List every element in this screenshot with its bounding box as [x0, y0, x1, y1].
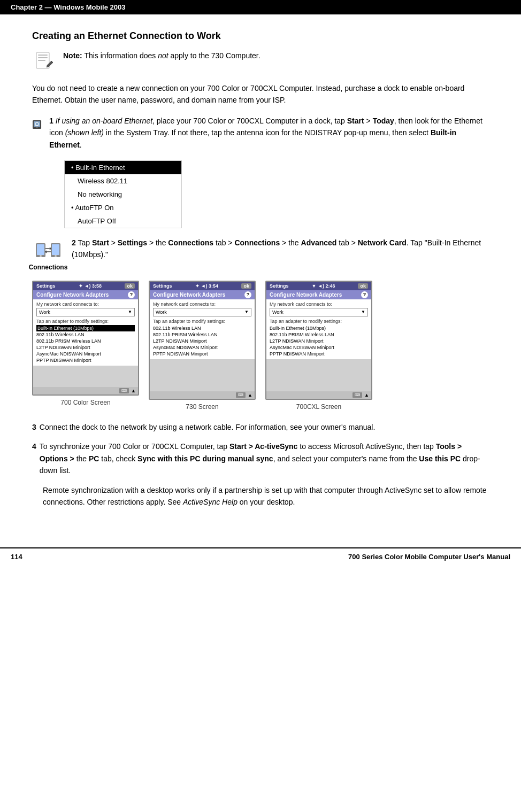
step4-num: 4	[32, 440, 36, 476]
screen-730-footer: ⌨ ▲	[150, 391, 255, 399]
screen-700cxl-dropdown-arrow: ▼	[361, 310, 365, 314]
screen-730-dropdown[interactable]: Work ▼	[153, 308, 251, 316]
screen-730-adapter-3[interactable]: AsyncMac NDISWAN Miniport	[153, 344, 251, 351]
screen-730-adapter-2[interactable]: L2TP NDISWAN Miniport	[153, 338, 251, 344]
step2-text: 2 Tap Start > Settings > the Connections…	[72, 237, 489, 261]
screen-700color-section-header: Configure Network Adapters ?	[33, 290, 138, 299]
screen-700color-adapter-5[interactable]: PPTP NDISWAN Miniport	[36, 357, 135, 364]
screen-730: Settings ✦ ◄) 3:54 ok Configure Network …	[149, 281, 256, 400]
screen-700color-footer: ⌨ ▲	[33, 387, 138, 395]
step2-block: Connections 2 Tap Start > Settings > the…	[32, 237, 489, 271]
svg-point-10	[40, 255, 42, 257]
screen-700color-dropdown[interactable]: Work ▼	[36, 308, 135, 316]
screen-730-dropdown-arrow: ▼	[244, 310, 249, 314]
menu-item-nonet: No networking	[65, 188, 181, 201]
screen-700cxl-status: ▼ ◄) 2:46	[312, 283, 335, 289]
screen-700color-arrow-icon: ▲	[131, 388, 136, 393]
page-footer: 114 700 Series Color Mobile Computer Use…	[0, 547, 521, 565]
screen-700color-section-title: Configure Network Adapters	[36, 292, 109, 298]
screen-700cxl-label: 700CXL Screen	[296, 403, 341, 411]
screen-700cxl-adapter-1[interactable]: 802.11b PRISM Wireless LAN	[270, 331, 368, 338]
note-label: Note:	[63, 51, 82, 60]
screen-700cxl-keyboard-icon: ⌨	[353, 392, 362, 398]
step1-text: 1 If using an on-board Ethernet, place y…	[49, 115, 489, 151]
screen-700cxl-help[interactable]: ?	[361, 291, 368, 298]
screen-730-section-header: Configure Network Adapters ?	[150, 290, 255, 299]
menu-item-wireless: Wireless 802.11	[65, 174, 181, 188]
menu-item-builtin: Built-in Ethernet	[65, 161, 181, 174]
connections-icon	[35, 237, 62, 264]
screen-700color-adapter-3[interactable]: L2TP NDISWAN Miniport	[36, 344, 135, 351]
screen-730-section-title: Configure Network Adapters	[153, 292, 225, 298]
intro-text: You do not need to create a new connecti…	[32, 82, 489, 106]
footer-manual-title: 700 Series Color Mobile Computer User's …	[348, 553, 510, 561]
screen-700cxl-dropdown[interactable]: Work ▼	[270, 308, 368, 316]
screen-700cxl-arrow-icon: ▲	[364, 392, 369, 398]
screen-700cxl-app: Settings	[270, 283, 289, 289]
screen-700color-ok[interactable]: ok	[125, 283, 135, 289]
screen-730-adapter-1[interactable]: 802.11b PRISM Wireless LAN	[153, 331, 251, 338]
screen-700color-dropdown-arrow: ▼	[128, 310, 132, 314]
screen-700cxl-body: My network card connects to: Work ▼ Tap …	[266, 299, 371, 359]
step1-icon	[32, 115, 42, 134]
screens-row: Settings ✦ ◄) 3:58 ok Configure Network …	[32, 281, 489, 411]
section-title: Creating an Ethernet Connection to Work	[32, 30, 489, 42]
screen-730-connects-label: My network card connects to:	[153, 301, 251, 307]
screen-700color-adapter-4[interactable]: AsyncMac NDISWAN Miniport	[36, 351, 135, 357]
screen-700color-col: Settings ✦ ◄) 3:58 ok Configure Network …	[32, 281, 139, 411]
screen-700cxl-section-title: Configure Network Adapters	[270, 292, 342, 298]
screen-700color-connects-label: My network card connects to:	[36, 301, 135, 307]
svg-rect-1	[38, 55, 48, 56]
screen-700color-adapter-0[interactable]: Built-In Ethernet (10Mbps)	[36, 325, 135, 331]
step4-note: Remote synchronization with a desktop wo…	[43, 484, 489, 508]
svg-rect-6	[36, 127, 38, 128]
screen-700color-app: Settings	[36, 283, 56, 289]
screen-700color-label: 700 Color Screen	[60, 399, 110, 406]
svg-rect-3	[38, 60, 45, 61]
screen-700cxl-adapter-3[interactable]: AsyncMac NDISWAN Miniport	[270, 344, 368, 351]
screen-700color-help[interactable]: ?	[128, 291, 135, 298]
svg-rect-9	[37, 244, 44, 255]
screen-730-titlebar: Settings ✦ ◄) 3:54 ok	[150, 282, 255, 290]
screen-700color-adapter-1[interactable]: 802.11b Wireless LAN	[36, 331, 135, 338]
screen-700cxl-ok[interactable]: ok	[358, 283, 368, 289]
screen-700cxl-adapter-0[interactable]: Built-In Ethernet (10Mbps)	[270, 325, 368, 331]
step3-num: 3	[32, 421, 36, 433]
menu-item-autoftp-on: AutoFTP On	[65, 201, 181, 214]
svg-rect-2	[38, 57, 48, 58]
chapter-header: Chapter 2 — Windows Mobile 2003	[0, 0, 521, 14]
numbered-steps: 3 Connect the dock to the network by usi…	[32, 421, 489, 508]
screen-700cxl-titlebar: Settings ▼ ◄) 2:46 ok	[266, 282, 371, 290]
screen-730-ok[interactable]: ok	[241, 283, 251, 289]
screen-700color-body: My network card connects to: Work ▼ Tap …	[33, 299, 138, 366]
note-box: Note: This information does not apply to…	[32, 50, 489, 74]
screen-730-adapter-0[interactable]: 802.11b Wireless LAN	[153, 325, 251, 331]
screen-700cxl-col: Settings ▼ ◄) 2:46 ok Configure Network …	[265, 281, 372, 411]
screen-730-status: ✦ ◄) 3:54	[195, 283, 218, 289]
screen-700cxl-adapter-2[interactable]: L2TP NDISWAN Miniport	[270, 338, 368, 344]
screen-730-col: Settings ✦ ◄) 3:54 ok Configure Network …	[149, 281, 256, 411]
screen-730-adapter-label: Tap an adapter to modify settings:	[153, 319, 251, 324]
menu-screenshot: Built-in Ethernet Wireless 802.11 No net…	[64, 160, 182, 228]
page-content: Creating an Ethernet Connection to Work …	[0, 14, 521, 531]
step3: 3 Connect the dock to the network by usi…	[32, 421, 489, 433]
svg-point-13	[55, 255, 57, 257]
screen-700cxl-dropdown-value: Work	[272, 310, 284, 315]
screen-700color-dropdown-value: Work	[39, 310, 50, 315]
note-text: Note: This information does not apply to…	[63, 50, 260, 61]
screen-700cxl-adapter-4[interactable]: PPTP NDISWAN Miniport	[270, 351, 368, 357]
step4: 4 To synchronize your 700 Color or 700CX…	[32, 440, 489, 476]
screen-730-label: 730 Screen	[186, 403, 218, 411]
connections-icon-col: Connections	[32, 237, 64, 271]
screen-730-adapter-4[interactable]: PPTP NDISWAN Miniport	[153, 351, 251, 357]
screen-730-body: My network card connects to: Work ▼ Tap …	[150, 299, 255, 359]
screen-730-dropdown-value: Work	[156, 310, 167, 315]
screen-700color-titlebar: Settings ✦ ◄) 3:58 ok	[33, 282, 138, 290]
screen-700color-adapter-label: Tap an adapter to modify settings:	[36, 319, 135, 324]
screen-700color-adapter-2[interactable]: 802.11b PRISM Wireless LAN	[36, 338, 135, 344]
screen-700cxl-adapter-label: Tap an adapter to modify settings:	[270, 319, 368, 324]
step1-block: 1 If using an on-board Ethernet, place y…	[32, 115, 489, 151]
screen-730-keyboard-icon: ⌨	[236, 392, 246, 398]
screen-730-help[interactable]: ?	[244, 291, 251, 298]
connections-label: Connections	[29, 264, 68, 271]
